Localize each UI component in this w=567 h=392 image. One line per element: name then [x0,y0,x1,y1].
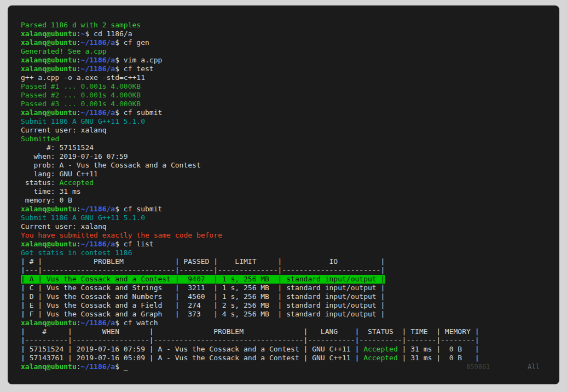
command-text: cf submit [124,205,162,213]
text-segment: Submitted [21,135,59,143]
output-line: Get statis in contest 1186 [21,249,559,257]
ghost-text: 859861 [466,362,490,371]
table-header: | # | WHEN | PROBLEM | LANG | STATUS | T… [21,327,559,336]
output-line: Parsed 1186 d with 2 samples [21,21,559,30]
prompt-line: xalanq@ubuntu:~/1186/a$ cf list [21,240,559,249]
output-line: Passed #3 ... 0.001s 4.000KB [21,100,559,108]
text-segment: | C | Vus the Cossack and Strings | 3211… [21,284,385,292]
text-segment: Passed #2 ... 0.001s 4.000KB [21,91,141,99]
text-segment: Submit 1186 A GNU G++11 5.1.0 [21,214,145,222]
text-segment: | 57143761 | 2019-07-16 05:09 | A - Vus … [21,354,363,362]
command-text: cf submit [124,108,162,117]
text-segment: Get statis in contest 1186 [21,249,132,257]
output-line: You have submitted exactly the same code… [21,231,559,240]
command-text: cd 1186/a [94,30,132,38]
prompt-line: xalanq@ubuntu:~/1186/a$ cf gen [21,38,559,47]
text-segment: | # | PROBLEM | PASSED | LIMIT | IO | [21,257,385,266]
text-segment: | 31 ms | 0 B | [398,354,479,362]
command-text: vim a.cpp [124,56,162,64]
text-segment: prob: A - Vus the Cossack and a Contest [21,161,201,169]
text-segment: g++ a.cpp -o a.exe -std=c++11 [21,73,145,82]
selected-row-highlight: | A | Vus the Cossack and a Contest | 94… [21,275,385,284]
terminal-window[interactable]: Parsed 1186 d with 2 samplesxalanq@ubunt… [8,5,559,384]
text-segment: : [77,30,81,38]
text-segment: when: 2019-07-16 07:59 [21,152,128,160]
output-line: status: Accepted [21,178,559,187]
output-line: Submit 1186 A GNU G++11 5.1.0 [21,214,559,222]
table-row: | C | Vus the Cossack and Strings | 3211… [21,284,559,292]
command-text: cf test [124,65,154,73]
text-segment: $ [115,362,124,371]
text-segment: : [77,205,81,213]
table-separator: |----------|------------------|---------… [21,336,559,345]
text-segment: : [77,319,81,327]
table-row: | E | Vus the Cossack and a Field | 274 … [21,301,559,310]
status-accepted: Accepted [363,354,398,362]
text-segment: | 31 ms | 0 B | [398,345,479,353]
text-segment: $ [115,240,124,248]
text-segment: | # | WHEN | PROBLEM | LANG | STATUS | T… [21,327,479,336]
text-segment: |----------|------------------|---------… [21,336,479,344]
text-segment: $ [85,30,94,38]
output-line: Submit 1186 A GNU G++11 5.1.0 [21,117,559,126]
text-segment: $ [115,205,124,213]
text-segment: : [77,108,81,117]
ghost-text: All [528,362,540,371]
text-segment: $ [115,319,124,327]
text-segment: memory: 0 B [21,196,72,204]
prompt-path: ~/1186/a [81,108,115,117]
prompt-line: xalanq@ubuntu:~/1186/a$ cf watch [21,319,559,327]
table-row: | 57143761 | 2019-07-16 05:09 | A - Vus … [21,354,559,362]
prompt-path: ~/1186/a [81,240,115,248]
prompt-user-host: xalanq@ubuntu [21,240,77,248]
output-line: time: 31 ms [21,187,559,196]
text-segment: | A | Vus the Cossack and a Contest | 94… [21,275,385,283]
prompt-path: ~/1186/a [81,65,115,73]
prompt-path: ~/1186/a [81,319,115,327]
prompt-line: xalanq@ubuntu:~/1186/a$ cf test [21,65,559,73]
prompt-line: xalanq@ubuntu:~/1186/a$ cf submit [21,205,559,214]
prompt-user-host: xalanq@ubuntu [21,65,77,73]
command-text: cf gen [124,38,149,47]
text-segment: : [77,362,81,371]
error-message: You have submitted exactly the same code… [21,231,222,239]
text-segment: lang: GNU C++11 [21,170,98,178]
text-segment: | 57151524 | 2019-07-16 07:59 | A - Vus … [21,345,363,353]
table-row: | D | Vus the Cossack and Numbers | 4560… [21,292,559,301]
prompt-path: ~/1186/a [81,362,115,371]
text-segment: : [77,56,81,64]
text-segment: : [77,65,81,73]
prompt-user-host: xalanq@ubuntu [21,319,77,327]
cursor: _ [124,362,128,371]
prompt-user-host: xalanq@ubuntu [21,362,77,371]
output-line: Passed #1 ... 0.001s 4.000KB [21,82,559,91]
output-line: g++ a.cpp -o a.exe -std=c++11 [21,73,559,82]
prompt-path: ~/1186/a [81,205,115,213]
output-line: prob: A - Vus the Cossack and a Contest [21,161,559,170]
output-line: Current user: xalanq [21,126,559,135]
output-line: lang: GNU C++11 [21,170,559,178]
prompt-user-host: xalanq@ubuntu [21,38,77,47]
status-accepted: Accepted [363,345,398,353]
prompt-user-host: xalanq@ubuntu [21,205,77,213]
output-line: Current user: xalanq [21,222,559,231]
text-segment: time: 31 ms [21,187,81,195]
text-segment: Current user: xalanq [21,126,107,134]
text-segment: : [77,38,81,47]
output-line: Submitted [21,135,559,143]
text-segment: $ [115,38,124,47]
text-segment: | E | Vus the Cossack and a Field | 274 … [21,301,385,309]
prompt-path: ~/1186/a [81,56,115,64]
prompt-line: xalanq@ubuntu:~/1186/a$ vim a.cpp [21,56,559,65]
output-line: when: 2019-07-16 07:59 [21,152,559,161]
output-line: Generated! See a.cpp [21,47,559,56]
table-header: | # | PROBLEM | PASSED | LIMIT | IO | [21,257,559,266]
prompt-user-host: xalanq@ubuntu [21,30,77,38]
output-line: #: 57151524 [21,143,559,152]
prompt-path: ~/1186/a [81,38,115,47]
text-segment: : [77,240,81,248]
prompt-user-host: xalanq@ubuntu [21,108,77,117]
text-segment: Passed #3 ... 0.001s 4.000KB [21,100,141,108]
terminal-output: Parsed 1186 d with 2 samplesxalanq@ubunt… [21,21,559,371]
command-text: cf watch [124,319,158,327]
